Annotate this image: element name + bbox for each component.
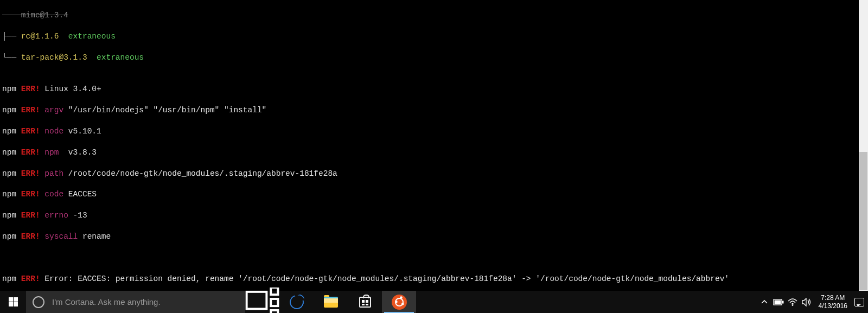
svg-rect-6 — [775, 301, 781, 304]
npm-prefix: npm — [2, 85, 21, 93]
err-text: "/usr/bin/nodejs" "/usr/bin/npm" "instal… — [63, 106, 266, 114]
windows-logo-icon — [9, 297, 18, 306]
svg-rect-3 — [271, 310, 278, 313]
err-text: v3.8.3 — [63, 148, 97, 157]
ubuntu-button[interactable] — [382, 291, 416, 313]
wifi-icon — [788, 298, 797, 306]
clock-button[interactable]: 7:28 AM 4/13/2016 — [814, 294, 852, 310]
volume-button[interactable] — [800, 291, 813, 313]
cortana-icon — [33, 296, 44, 308]
err-text: -13 — [68, 211, 87, 220]
tree-line: mime@1.3.4 — [2, 11, 68, 20]
scrollbar-thumb[interactable] — [859, 152, 867, 290]
npm-prefix: npm — [2, 169, 21, 178]
err-text: v5.10.1 — [63, 127, 101, 136]
taskbar: I'm Cortana. Ask me anything. — [0, 291, 868, 313]
err-label: ERR! — [21, 274, 40, 283]
err-text: /root/code/node-gtk/node_modules/.stagin… — [63, 169, 337, 178]
err-key: argv — [40, 106, 64, 114]
tree-branch: ├── — [2, 32, 21, 41]
npm-prefix: npm — [2, 106, 21, 114]
action-center-button[interactable] — [853, 291, 866, 313]
err-label: ERR! — [21, 127, 40, 136]
svg-rect-1 — [271, 288, 278, 295]
err-key: errno — [40, 211, 68, 220]
err-key: npm — [40, 148, 64, 157]
err-key: code — [40, 190, 64, 199]
wifi-button[interactable] — [786, 291, 799, 313]
task-view-button[interactable] — [245, 291, 279, 313]
err-label: ERR! — [21, 190, 40, 199]
start-button[interactable] — [0, 291, 26, 313]
file-explorer-button[interactable] — [314, 291, 348, 313]
speaker-icon — [802, 298, 812, 306]
package-name: rc@1.1.6 — [21, 32, 59, 41]
task-view-icon — [245, 288, 279, 313]
npm-prefix: npm — [2, 127, 21, 136]
package-name: tar-pack@3.1.3 — [21, 53, 87, 62]
err-label: ERR! — [21, 169, 40, 178]
extraneous-label: extraneous — [87, 53, 144, 62]
clock-time: 7:28 AM — [819, 294, 847, 302]
blank-line — [2, 253, 837, 263]
err-text: rename — [78, 232, 111, 241]
cortana-placeholder: I'm Cortana. Ask me anything. — [52, 297, 161, 306]
chevron-up-icon — [761, 300, 768, 304]
ubuntu-icon — [392, 295, 407, 310]
scrollbar-track[interactable] — [859, 0, 868, 291]
scrollbar[interactable] — [859, 0, 868, 291]
terminal-output[interactable]: mime@1.3.4 ├── rc@1.1.6 extraneous └── t… — [0, 0, 839, 291]
npm-prefix: npm — [2, 274, 21, 283]
err-label: ERR! — [21, 106, 40, 114]
tray-overflow-button[interactable] — [758, 291, 771, 313]
err-label: ERR! — [21, 85, 40, 93]
err-key: node — [40, 127, 64, 136]
err-label: ERR! — [21, 211, 40, 220]
npm-prefix: npm — [2, 148, 21, 157]
battery-button[interactable] — [772, 291, 785, 313]
folder-icon — [324, 297, 338, 308]
npm-prefix: npm — [2, 211, 21, 220]
task-icons — [245, 291, 416, 313]
err-key: path — [40, 169, 64, 178]
err-label: ERR! — [21, 148, 40, 157]
svg-rect-5 — [782, 301, 783, 303]
cortana-search[interactable]: I'm Cortana. Ask me anything. — [26, 291, 245, 313]
battery-icon — [773, 299, 784, 305]
edge-icon — [287, 292, 307, 312]
clock-date: 4/13/2016 — [819, 302, 847, 310]
err-text: Linux 3.4.0+ — [40, 85, 101, 93]
notification-icon — [854, 298, 864, 306]
tree-branch: └── — [2, 53, 21, 62]
edge-button[interactable] — [279, 291, 314, 313]
err-text: EACCES — [63, 190, 97, 199]
err-text: Error: EACCES: permission denied, rename… — [40, 274, 729, 283]
svg-point-7 — [792, 304, 793, 305]
err-key: syscall — [40, 232, 78, 241]
extraneous-label: extraneous — [59, 32, 115, 41]
store-icon — [359, 297, 371, 308]
store-button[interactable] — [348, 291, 382, 313]
npm-prefix: npm — [2, 232, 21, 241]
npm-prefix: npm — [2, 190, 21, 199]
err-label: ERR! — [21, 232, 40, 241]
svg-rect-0 — [247, 292, 267, 309]
svg-rect-2 — [271, 299, 278, 306]
system-tray: 7:28 AM 4/13/2016 — [756, 291, 868, 313]
